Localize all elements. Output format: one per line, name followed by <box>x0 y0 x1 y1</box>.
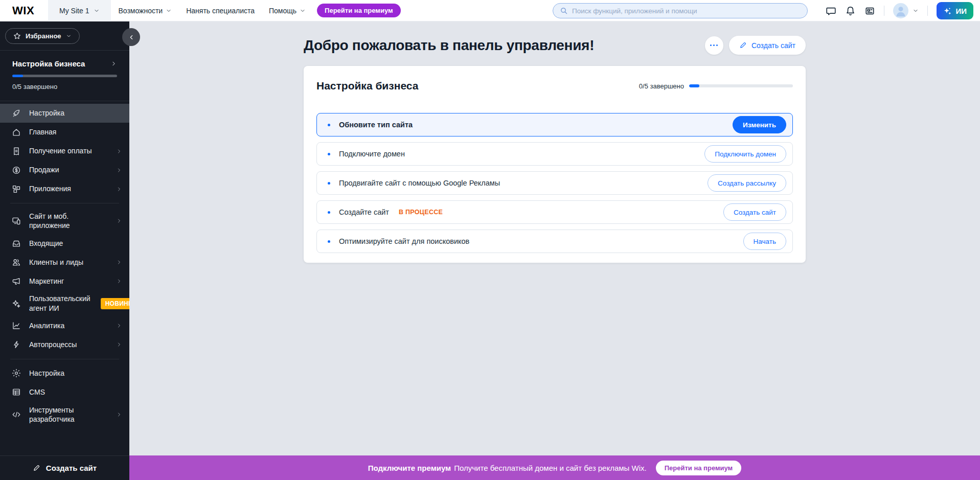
pencil-icon <box>739 41 747 49</box>
sidebar-item-label: Приложения <box>29 184 95 193</box>
sidebar-item-label: Сайт и моб. приложение <box>29 212 95 230</box>
sidebar-collapse-button[interactable] <box>122 28 140 46</box>
card-progress-label: 0/5 завершено <box>639 82 684 90</box>
sidebar-item-label: Главная <box>29 127 95 136</box>
top-navigation: Возможности Нанять специалиста Помощь <box>111 0 313 21</box>
chevron-right-icon <box>116 167 122 173</box>
sidebar-item-label: Продажи <box>29 165 95 174</box>
wix-logo[interactable]: WIX <box>0 4 48 17</box>
create-site-button[interactable]: Создать сайт <box>33 464 97 472</box>
site-menu[interactable]: My Site 1 <box>48 0 111 21</box>
sidebar-item-chart[interactable]: Аналитика <box>0 316 129 335</box>
page-title: Добро пожаловать в панель управления! <box>304 37 594 54</box>
favorites-row: Избранное <box>0 21 129 50</box>
sidebar-item-label: Входящие <box>29 239 95 248</box>
sidebar-item-sparkle[interactable]: Пользовательский агент ИИНОВИНКА <box>0 290 129 316</box>
chat-icon <box>826 6 836 16</box>
business-setup-link[interactable]: Настройка бизнеса <box>12 59 117 68</box>
create-site-header-button[interactable]: Создать сайт <box>729 36 806 55</box>
business-setup-summary: Настройка бизнеса 0/5 завершено <box>0 51 129 101</box>
sidebar-item-people[interactable]: Клиенты и лиды <box>0 253 129 271</box>
card-header: Настройка бизнеса 0/5 завершено <box>316 80 793 92</box>
sidebar-item-invoice[interactable]: Получение оплаты <box>0 142 129 161</box>
bullet-icon <box>328 240 330 243</box>
card-title: Настройка бизнеса <box>316 80 418 92</box>
divider <box>884 6 884 16</box>
sidebar-item-lightning[interactable]: Автопроцессы <box>0 335 129 354</box>
invoice-icon <box>12 147 21 156</box>
chevron-right-icon <box>110 60 117 67</box>
task-action-button[interactable]: Подключить домен <box>704 145 786 163</box>
nav-item-features[interactable]: Возможности <box>111 0 179 21</box>
setup-progress-bar <box>12 75 117 77</box>
chat-button[interactable] <box>826 6 836 16</box>
sidebar-item-gear[interactable]: Настройка <box>0 364 129 383</box>
task-label: Создайте сайт <box>339 208 389 216</box>
sidebar-item-label: Получение оплаты <box>29 146 95 155</box>
task-label: Обновите тип сайта <box>339 121 413 129</box>
card-progress-bar <box>689 84 793 87</box>
chevron-down-icon <box>300 8 306 14</box>
news-icon <box>864 6 875 16</box>
people-icon <box>12 258 21 267</box>
account-menu[interactable] <box>893 3 919 18</box>
sidebar-item-home[interactable]: Главная <box>0 123 129 142</box>
sidebar-item-label: CMS <box>29 387 95 397</box>
promo-premium-button[interactable]: Перейти на премиум <box>656 461 742 475</box>
business-setup-card: Настройка бизнеса 0/5 завершено Обновите… <box>304 66 806 263</box>
inbox-icon <box>12 239 21 248</box>
more-actions-button[interactable] <box>705 36 723 55</box>
sidebar-item-label: Пользовательский агент ИИ <box>29 294 90 312</box>
new-badge: НОВИНКА <box>101 298 129 309</box>
promo-text: Получите бесплатный домен и сайт без рек… <box>454 464 647 472</box>
upgrade-premium-button[interactable]: Перейти на премиум <box>317 4 401 17</box>
chevron-right-icon <box>116 186 122 192</box>
nav-item-hire-specialist[interactable]: Нанять специалиста <box>179 0 262 21</box>
sidebar-item-inbox[interactable]: Входящие <box>0 234 129 253</box>
person-icon <box>893 3 908 18</box>
lightning-icon <box>12 340 21 349</box>
notifications-button[interactable] <box>845 6 856 16</box>
sidebar-item-code[interactable]: Инструменты разработчика <box>0 402 129 427</box>
nav-item-help[interactable]: Помощь <box>262 0 313 21</box>
chevron-right-icon <box>116 412 122 418</box>
main-area: Добро пожаловать в панель управления! Со… <box>129 21 980 455</box>
chevron-left-icon <box>128 34 135 41</box>
task-label: Оптимизируйте сайт для поисковиков <box>339 237 469 245</box>
task-action-button[interactable]: Создать сайт <box>723 203 786 221</box>
task-status-badge: В ПРОЦЕССЕ <box>399 209 443 216</box>
sidebar-item-dollar[interactable]: Продажи <box>0 161 129 179</box>
chevron-right-icon <box>116 148 122 154</box>
sidebar-item-label: Автопроцессы <box>29 340 95 349</box>
ellipsis-icon <box>710 44 712 46</box>
sidebar-item-table[interactable]: CMS <box>0 383 129 402</box>
sidebar-item-rocket[interactable]: Настройка <box>0 104 129 123</box>
chevron-right-icon <box>116 259 122 265</box>
chevron-right-icon <box>116 218 122 224</box>
sidebar-item-devices[interactable]: Сайт и моб. приложение <box>0 208 129 234</box>
sidebar-item-label: Аналитика <box>29 321 95 330</box>
nav-label: Помощь <box>269 7 297 15</box>
sidebar-item-megaphone[interactable]: Маркетинг <box>0 271 129 290</box>
bell-icon <box>845 6 856 16</box>
sidebar-item-label: Маркетинг <box>29 277 95 286</box>
task-label: Подключите домен <box>339 150 405 158</box>
dollar-icon <box>12 166 21 175</box>
create-site-header-label: Создать сайт <box>751 41 795 50</box>
search-bar[interactable] <box>553 3 808 18</box>
task-action-button[interactable]: Создать рассылку <box>708 174 786 192</box>
favorites-dropdown[interactable]: Избранное <box>5 28 80 44</box>
updates-button[interactable] <box>864 6 875 16</box>
task-row: Обновите тип сайтаИзменить <box>316 113 793 136</box>
chevron-down-icon <box>94 8 100 14</box>
topbar-actions: ИИ <box>826 0 973 21</box>
task-row: Продвигайте сайт с помощью Google Реклам… <box>316 171 793 195</box>
ai-assistant-button[interactable]: ИИ <box>937 2 973 19</box>
sidebar-item-apps[interactable]: Приложения <box>0 179 129 198</box>
topbar: WIX My Site 1 Возможности Нанять специал… <box>0 0 980 21</box>
task-action-button[interactable]: Начать <box>743 233 786 250</box>
task-action-button[interactable]: Изменить <box>733 116 786 133</box>
search-input[interactable] <box>572 7 801 15</box>
avatar <box>893 3 908 18</box>
task-row: Подключите доменПодключить домен <box>316 142 793 166</box>
